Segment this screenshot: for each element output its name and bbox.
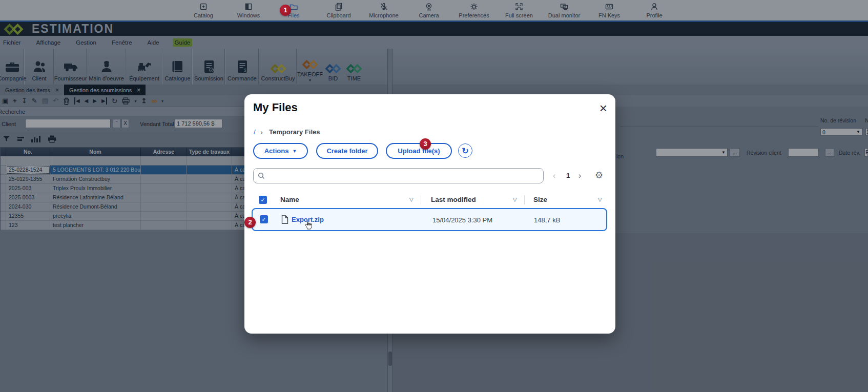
file-search[interactable] [253,168,544,183]
my-files-dialog: My Files × / › Temporary Files Actions ▼… [244,94,615,334]
screen: Catalog Windows Files Clipboard Micropho… [0,0,868,392]
page-number: 1 [566,172,570,179]
close-icon[interactable]: × [600,101,607,115]
file-modified: 15/04/2025 3:30 PM [432,216,492,224]
step-badge-1: 1 [280,5,291,16]
actions-caret-icon: ▼ [292,149,297,154]
step-badge-3: 3 [420,138,431,150]
check-icon: ✓ [260,197,265,203]
settings-gear-icon[interactable]: ⚙ [595,170,603,181]
column-last-modified[interactable]: Last modified [431,196,476,203]
column-name[interactable]: Name [280,196,299,203]
sort-name-icon[interactable]: ▽ [409,197,414,202]
breadcrumb-current[interactable]: Temporary Files [269,128,320,136]
upload-files-label: Upload file(s) [398,147,440,155]
breadcrumb-root[interactable]: / [254,128,256,136]
refresh-icon: ↻ [462,146,468,156]
refresh-button[interactable]: ↻ [458,143,472,158]
breadcrumb-chevron-icon: › [260,128,263,136]
step-badge-2: 2 [244,217,256,228]
file-icon [281,215,288,224]
prev-page-icon[interactable]: ‹ [553,171,555,180]
dialog-title: My Files [253,101,298,114]
sort-size-icon[interactable]: ▽ [598,197,602,202]
sort-modified-icon[interactable]: ▽ [513,197,517,202]
search-icon [258,172,265,179]
upload-files-button[interactable]: Upload file(s) [386,143,452,159]
hand-cursor-icon [304,220,313,230]
row-checkbox[interactable]: ✓ [260,215,268,223]
select-all-checkbox[interactable]: ✓ [259,196,267,204]
create-folder-button[interactable]: Create folder [316,143,378,159]
check-icon: ✓ [261,216,266,222]
create-folder-label: Create folder [326,147,367,155]
actions-button[interactable]: Actions ▼ [253,143,308,159]
next-page-icon[interactable]: › [578,171,581,180]
actions-label: Actions [264,147,289,155]
search-input[interactable] [268,172,543,180]
file-size: 148,7 kB [534,216,560,224]
column-size[interactable]: Size [533,196,547,203]
